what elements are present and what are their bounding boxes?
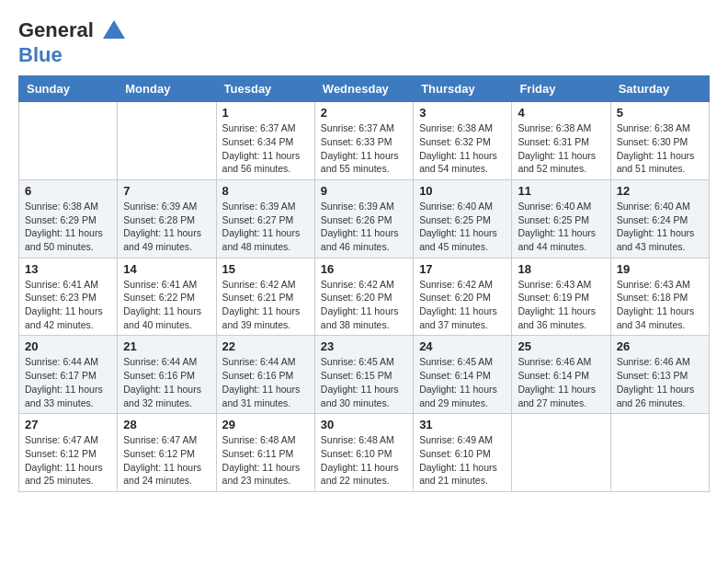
day-info: Sunrise: 6:43 AM Sunset: 6:18 PM Dayligh…	[617, 278, 703, 332]
calendar-week-row: 6Sunrise: 6:38 AM Sunset: 6:29 PM Daylig…	[19, 179, 710, 258]
calendar-cell: 2Sunrise: 6:37 AM Sunset: 6:33 PM Daylig…	[314, 102, 413, 180]
page-header: General Blue	[18, 18, 710, 66]
weekday-header: Saturday	[610, 76, 709, 102]
day-info: Sunrise: 6:38 AM Sunset: 6:29 PM Dayligh…	[25, 200, 111, 254]
day-number: 25	[518, 339, 604, 353]
day-info: Sunrise: 6:41 AM Sunset: 6:23 PM Dayligh…	[25, 278, 111, 332]
weekday-header: Sunday	[19, 76, 118, 102]
day-info: Sunrise: 6:39 AM Sunset: 6:26 PM Dayligh…	[321, 200, 407, 254]
day-info: Sunrise: 6:44 AM Sunset: 6:16 PM Dayligh…	[123, 355, 210, 409]
calendar-cell: 13Sunrise: 6:41 AM Sunset: 6:23 PM Dayli…	[19, 258, 118, 336]
day-info: Sunrise: 6:39 AM Sunset: 6:28 PM Dayligh…	[123, 200, 210, 254]
day-number: 26	[617, 339, 703, 353]
day-info: Sunrise: 6:37 AM Sunset: 6:34 PM Dayligh…	[222, 121, 309, 176]
day-number: 21	[123, 339, 210, 353]
day-info: Sunrise: 6:44 AM Sunset: 6:16 PM Dayligh…	[222, 355, 309, 409]
day-number: 28	[123, 418, 210, 431]
day-info: Sunrise: 6:45 AM Sunset: 6:15 PM Dayligh…	[321, 355, 407, 409]
day-info: Sunrise: 6:46 AM Sunset: 6:13 PM Dayligh…	[617, 355, 703, 409]
calendar-cell: 29Sunrise: 6:48 AM Sunset: 6:11 PM Dayli…	[216, 414, 314, 492]
calendar-week-row: 13Sunrise: 6:41 AM Sunset: 6:23 PM Dayli…	[19, 258, 710, 336]
calendar-cell: 7Sunrise: 6:39 AM Sunset: 6:28 PM Daylig…	[118, 179, 216, 258]
weekday-header: Tuesday	[216, 76, 314, 102]
day-info: Sunrise: 6:49 AM Sunset: 6:10 PM Dayligh…	[419, 433, 506, 488]
calendar-cell: 6Sunrise: 6:38 AM Sunset: 6:29 PM Daylig…	[19, 179, 118, 258]
calendar-cell: 17Sunrise: 6:42 AM Sunset: 6:20 PM Dayli…	[414, 258, 512, 336]
day-number: 29	[222, 418, 309, 431]
calendar-cell: 25Sunrise: 6:46 AM Sunset: 6:14 PM Dayli…	[512, 336, 610, 414]
day-info: Sunrise: 6:44 AM Sunset: 6:17 PM Dayligh…	[25, 355, 111, 409]
calendar-cell: 30Sunrise: 6:48 AM Sunset: 6:10 PM Dayli…	[314, 414, 413, 492]
day-number: 2	[321, 106, 407, 120]
calendar-week-row: 20Sunrise: 6:44 AM Sunset: 6:17 PM Dayli…	[19, 336, 710, 414]
calendar-week-row: 1Sunrise: 6:37 AM Sunset: 6:34 PM Daylig…	[19, 102, 710, 180]
day-number: 4	[518, 106, 604, 120]
day-number: 17	[419, 262, 506, 276]
calendar-cell: 19Sunrise: 6:43 AM Sunset: 6:18 PM Dayli…	[610, 258, 709, 336]
calendar-cell: 1Sunrise: 6:37 AM Sunset: 6:34 PM Daylig…	[216, 102, 314, 180]
calendar-cell: 23Sunrise: 6:45 AM Sunset: 6:15 PM Dayli…	[314, 336, 413, 414]
day-info: Sunrise: 6:47 AM Sunset: 6:12 PM Dayligh…	[123, 433, 210, 488]
day-info: Sunrise: 6:48 AM Sunset: 6:10 PM Dayligh…	[321, 433, 407, 488]
calendar-cell	[512, 414, 610, 492]
day-number: 1	[222, 106, 309, 120]
day-number: 3	[419, 106, 506, 120]
day-number: 15	[222, 262, 309, 276]
calendar-cell: 16Sunrise: 6:42 AM Sunset: 6:20 PM Dayli…	[314, 258, 413, 336]
day-info: Sunrise: 6:42 AM Sunset: 6:21 PM Dayligh…	[222, 278, 309, 332]
calendar-cell: 15Sunrise: 6:42 AM Sunset: 6:21 PM Dayli…	[216, 258, 314, 336]
day-info: Sunrise: 6:47 AM Sunset: 6:12 PM Dayligh…	[25, 433, 111, 488]
calendar-cell: 12Sunrise: 6:40 AM Sunset: 6:24 PM Dayli…	[610, 179, 709, 258]
day-number: 30	[321, 418, 407, 431]
day-number: 12	[617, 184, 703, 198]
day-info: Sunrise: 6:38 AM Sunset: 6:31 PM Dayligh…	[518, 121, 604, 176]
calendar-cell: 18Sunrise: 6:43 AM Sunset: 6:19 PM Dayli…	[512, 258, 610, 336]
calendar-cell	[118, 102, 216, 180]
calendar-cell: 22Sunrise: 6:44 AM Sunset: 6:16 PM Dayli…	[216, 336, 314, 414]
calendar-cell: 11Sunrise: 6:40 AM Sunset: 6:25 PM Dayli…	[512, 179, 610, 258]
day-info: Sunrise: 6:40 AM Sunset: 6:24 PM Dayligh…	[617, 200, 703, 254]
day-info: Sunrise: 6:45 AM Sunset: 6:14 PM Dayligh…	[419, 355, 506, 409]
day-number: 31	[419, 418, 506, 431]
day-number: 16	[321, 262, 407, 276]
calendar-cell: 10Sunrise: 6:40 AM Sunset: 6:25 PM Dayli…	[414, 179, 512, 258]
calendar-cell: 5Sunrise: 6:38 AM Sunset: 6:30 PM Daylig…	[610, 102, 709, 180]
day-info: Sunrise: 6:42 AM Sunset: 6:20 PM Dayligh…	[419, 278, 506, 332]
logo-text-blue: Blue	[18, 44, 127, 66]
calendar-cell	[19, 102, 118, 180]
day-number: 10	[419, 184, 506, 198]
day-number: 14	[123, 262, 210, 276]
day-number: 27	[25, 418, 111, 431]
day-info: Sunrise: 6:42 AM Sunset: 6:20 PM Dayligh…	[321, 278, 407, 332]
day-number: 5	[617, 106, 703, 120]
calendar-cell: 28Sunrise: 6:47 AM Sunset: 6:12 PM Dayli…	[118, 414, 216, 492]
day-number: 9	[321, 184, 407, 198]
weekday-header: Wednesday	[314, 76, 413, 102]
day-number: 13	[25, 262, 111, 276]
day-info: Sunrise: 6:38 AM Sunset: 6:30 PM Dayligh…	[617, 121, 703, 176]
day-info: Sunrise: 6:48 AM Sunset: 6:11 PM Dayligh…	[222, 433, 309, 488]
day-number: 20	[25, 339, 111, 353]
weekday-header: Thursday	[414, 76, 512, 102]
calendar-cell: 20Sunrise: 6:44 AM Sunset: 6:17 PM Dayli…	[19, 336, 118, 414]
calendar-cell: 31Sunrise: 6:49 AM Sunset: 6:10 PM Dayli…	[414, 414, 512, 492]
day-number: 24	[419, 339, 506, 353]
day-number: 23	[321, 339, 407, 353]
day-number: 6	[25, 184, 111, 198]
weekday-header: Friday	[512, 76, 610, 102]
day-info: Sunrise: 6:38 AM Sunset: 6:32 PM Dayligh…	[419, 121, 506, 176]
day-info: Sunrise: 6:40 AM Sunset: 6:25 PM Dayligh…	[518, 200, 604, 254]
day-number: 18	[518, 262, 604, 276]
logo: General Blue	[18, 18, 127, 66]
calendar-cell: 9Sunrise: 6:39 AM Sunset: 6:26 PM Daylig…	[314, 179, 413, 258]
calendar-week-row: 27Sunrise: 6:47 AM Sunset: 6:12 PM Dayli…	[19, 414, 710, 492]
svg-marker-0	[103, 20, 125, 39]
calendar-cell: 14Sunrise: 6:41 AM Sunset: 6:22 PM Dayli…	[118, 258, 216, 336]
calendar-cell: 21Sunrise: 6:44 AM Sunset: 6:16 PM Dayli…	[118, 336, 216, 414]
day-info: Sunrise: 6:46 AM Sunset: 6:14 PM Dayligh…	[518, 355, 604, 409]
calendar-cell: 4Sunrise: 6:38 AM Sunset: 6:31 PM Daylig…	[512, 102, 610, 180]
calendar-cell: 3Sunrise: 6:38 AM Sunset: 6:32 PM Daylig…	[414, 102, 512, 180]
day-info: Sunrise: 6:41 AM Sunset: 6:22 PM Dayligh…	[123, 278, 210, 332]
weekday-header: Monday	[118, 76, 216, 102]
day-info: Sunrise: 6:37 AM Sunset: 6:33 PM Dayligh…	[321, 121, 407, 176]
